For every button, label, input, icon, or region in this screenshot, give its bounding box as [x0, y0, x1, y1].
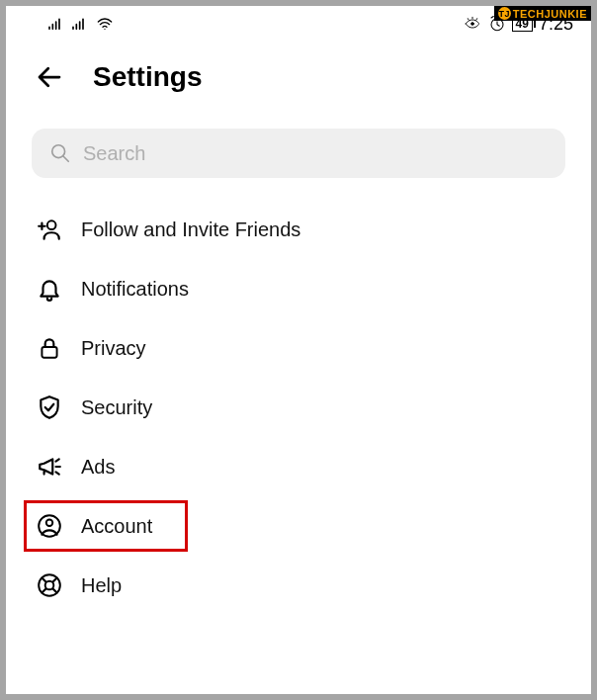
menu-label: Ads: [81, 456, 115, 479]
menu-item-follow-invite[interactable]: Follow and Invite Friends: [32, 200, 565, 259]
search-input[interactable]: [83, 142, 548, 165]
bell-icon: [36, 275, 63, 303]
back-arrow-icon[interactable]: [34, 61, 65, 93]
menu-item-security[interactable]: Security: [32, 378, 565, 437]
menu-label: Help: [81, 574, 122, 597]
megaphone-icon: [36, 453, 63, 481]
svg-point-0: [470, 23, 473, 26]
signal-icon-2: [71, 16, 87, 32]
menu-item-account[interactable]: Account: [32, 496, 565, 556]
menu-label: Account: [81, 515, 152, 538]
search-bar[interactable]: [32, 129, 565, 178]
shield-check-icon: [36, 394, 63, 421]
menu-item-help[interactable]: Help: [32, 556, 565, 615]
menu-item-privacy[interactable]: Privacy: [32, 318, 565, 378]
menu-item-notifications[interactable]: Notifications: [32, 259, 565, 318]
search-icon: [49, 142, 71, 164]
page-header: Settings: [6, 42, 591, 111]
add-person-icon: [36, 216, 63, 243]
svg-point-3: [47, 220, 56, 229]
svg-point-6: [46, 520, 53, 527]
menu-item-ads[interactable]: Ads: [32, 437, 565, 496]
status-left: [47, 16, 115, 32]
screen-frame: TJ TECHJUNKIE 49 7:25: [0, 0, 597, 700]
wifi-icon: [95, 16, 115, 32]
watermark-logo: TJ: [498, 7, 511, 20]
menu-label: Security: [81, 396, 152, 419]
watermark-text: TECHJUNKIE: [513, 8, 587, 20]
page-title: Settings: [93, 61, 202, 93]
signal-icon: [47, 16, 63, 32]
menu-label: Privacy: [81, 337, 146, 360]
menu-label: Follow and Invite Friends: [81, 219, 300, 241]
svg-rect-4: [42, 347, 56, 358]
lock-icon: [36, 334, 63, 362]
watermark-badge: TJ TECHJUNKIE: [494, 6, 591, 21]
menu-label: Notifications: [81, 278, 189, 301]
eye-icon: [463, 16, 482, 32]
account-circle-icon: [36, 512, 63, 540]
lifebuoy-icon: [36, 571, 63, 599]
settings-menu: Follow and Invite Friends Notifications …: [6, 200, 591, 615]
